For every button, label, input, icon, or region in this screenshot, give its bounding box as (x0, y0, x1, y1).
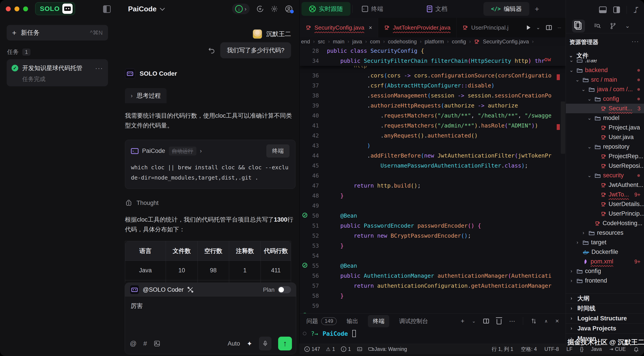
split-terminal-icon[interactable] (483, 319, 489, 324)
code-line[interactable]: 50@Bean (300, 211, 566, 221)
editor-scrollbar[interactable] (561, 101, 565, 154)
account-icon[interactable] (285, 5, 293, 13)
tab-live-follow[interactable]: 实时跟随 (302, 2, 350, 16)
chevron-down-icon[interactable]: ⌄ (625, 22, 630, 29)
collapse-window-icon[interactable]: ⌟⌜ (634, 6, 637, 14)
chat-messages[interactable]: 沉默王二 我们写了多少行代码? SOLO Coder › 思考过程 我需要统计项… (116, 18, 300, 283)
breadcrumb[interactable]: end›src›main›java›com›codehosting›platfo… (300, 37, 566, 46)
git-branch-icon[interactable] (610, 22, 616, 29)
tab-docs[interactable]: 文档 (419, 2, 455, 16)
breadcrumb-item[interactable]: com (370, 38, 380, 45)
open-terminal-button[interactable]: 终端 (266, 144, 290, 158)
chevron-down-icon[interactable]: ⌄ (472, 318, 476, 324)
task-menu-icon[interactable]: ··· (95, 64, 103, 72)
tree-item[interactable]: Dockerfile (566, 247, 644, 257)
breadcrumb-item[interactable]: src (318, 38, 325, 45)
undo-icon[interactable] (208, 46, 215, 54)
breadcrumb-item[interactable]: main (333, 38, 344, 45)
spring-bean-icon[interactable] (302, 263, 307, 268)
tree-item[interactable]: UserDetails... (566, 199, 644, 209)
errors-status[interactable]: ×147 (304, 346, 320, 352)
thinking-toggle[interactable]: › 思考过程 (125, 88, 166, 103)
code-line[interactable]: 28public class SecurityConfig { (300, 46, 566, 56)
new-terminal-icon[interactable]: + (461, 318, 464, 325)
maximize-panel-icon[interactable]: ∧ (544, 318, 548, 324)
more-actions-icon[interactable]: ⋯ (558, 25, 561, 30)
toggle-right-panel-icon[interactable] (613, 6, 620, 13)
tree-item[interactable]: ⌄backend (566, 65, 644, 75)
bell-icon[interactable] (633, 346, 639, 352)
tab-problems[interactable]: 问题 149 (306, 317, 337, 325)
encoding[interactable]: UTF-8 (544, 346, 559, 352)
code-line[interactable]: 53} (300, 241, 566, 251)
code-line[interactable]: 41.requestMatchers("/admin/**").hasRole(… (300, 121, 566, 131)
code-line[interactable]: 40.requestMatchers("/auth/**", "/health/… (300, 111, 566, 121)
file-tab-userprincipal[interactable]: UserPrincipal.j (456, 18, 514, 37)
eol[interactable]: LF (566, 346, 572, 352)
section-大纲[interactable]: ›大纲 (566, 293, 644, 303)
toggle-bottom-panel-icon[interactable] (599, 6, 606, 13)
task-card[interactable]: ✓ 开发知识星球代码托管 ··· 任务完成 (7, 59, 108, 86)
code-line[interactable]: 39.authorizeHttpRequests(authorize -> au… (300, 101, 566, 111)
tab-terminal[interactable]: › 终端 (354, 2, 391, 16)
plan-toggle[interactable] (278, 286, 291, 293)
braces-status[interactable]: {} (580, 346, 584, 352)
code-line[interactable]: 36.cors(cors -> cors.configurationSource… (300, 70, 566, 80)
language-mode[interactable]: Java (591, 346, 602, 352)
tree-item[interactable]: User.java (566, 132, 644, 142)
trash-icon[interactable] (496, 319, 502, 325)
tree-item[interactable]: ⌄security (566, 171, 644, 180)
model-auto-selector[interactable]: Auto (228, 340, 240, 347)
code-line[interactable]: 54 (300, 251, 566, 261)
tree-item[interactable]: Securit...3 (566, 104, 644, 113)
java-status[interactable]: Java: Warning (368, 346, 407, 352)
code-line[interactable]: 58} (300, 291, 566, 301)
tab-output[interactable]: 输出 (346, 317, 358, 325)
chevron-down-icon[interactable] (160, 6, 165, 11)
close-window-button[interactable] (6, 6, 11, 11)
tree-item[interactable]: CodeHosting... (566, 219, 644, 228)
code-line[interactable]: 56public AuthenticationManager authentic… (300, 271, 566, 281)
tree-item[interactable]: ›target (566, 238, 644, 247)
code-line[interactable]: 37.csrf(AbstractHttpConfigurer::disable) (300, 80, 566, 90)
breadcrumb-item[interactable]: config (452, 38, 466, 45)
code-line[interactable]: 48} (300, 191, 566, 201)
code-line[interactable]: 46 (300, 171, 566, 181)
sidebar-toggle-icon[interactable] (103, 5, 111, 13)
hash-icon[interactable]: # (143, 340, 147, 347)
section-Logical Structure[interactable]: ›Logical Structure (566, 313, 644, 323)
code-line[interactable]: 44.addFilterBefore(new JwtAuthentication… (300, 151, 566, 161)
tree-item[interactable]: ⌄java / com /... (566, 84, 644, 94)
sparkle-icon[interactable]: ✦ (247, 340, 252, 348)
code-line[interactable]: 59 (300, 301, 566, 311)
tab-editor[interactable]: </> 编辑器 (484, 2, 529, 16)
explorer-more-icon[interactable]: ··· (632, 38, 639, 45)
terminal-settings-icon[interactable] (531, 318, 537, 324)
tree-item[interactable]: ⌄.trae (566, 60, 644, 65)
tab-terminal-panel[interactable]: 终端 (368, 315, 389, 327)
info-status[interactable]: i1 (341, 346, 351, 352)
close-icon[interactable]: × (369, 24, 372, 31)
new-task-button[interactable]: + 新任务 ^⌘N (7, 25, 108, 40)
new-chat-icon[interactable] (256, 5, 264, 13)
search-icon[interactable] (594, 22, 601, 30)
chevron-down-icon[interactable]: ⌄ (536, 25, 540, 30)
code-line[interactable]: 45UsernamePasswordAuthenticationFilter.c… (300, 161, 566, 171)
tree-item[interactable]: ⌄repository (566, 142, 644, 152)
code-line[interactable]: 57return authenticationConfiguration.get… (300, 281, 566, 291)
indent-setting[interactable]: 空格: 4 (521, 346, 537, 353)
close-panel-icon[interactable]: × (555, 318, 559, 325)
tools-icon[interactable] (187, 286, 194, 293)
zoom-window-button[interactable] (23, 6, 28, 11)
solo-mode-badge[interactable]: SOLO (35, 2, 75, 15)
code-line[interactable]: 55@Bean (300, 261, 566, 271)
tree-item[interactable]: JwtTo...9+ (566, 190, 644, 199)
minimize-window-button[interactable] (14, 6, 19, 11)
tree-item[interactable]: ›resources (566, 228, 644, 238)
tree-item[interactable]: ›config (566, 266, 644, 276)
tree-item[interactable]: ⌄src / main (566, 75, 644, 84)
code-line[interactable]: 42.anyRequest().authenticated() (300, 131, 566, 141)
cue-status[interactable]: ⇥CUE (610, 346, 626, 352)
breadcrumb-item[interactable]: java (352, 38, 362, 45)
mic-button[interactable] (259, 337, 272, 351)
